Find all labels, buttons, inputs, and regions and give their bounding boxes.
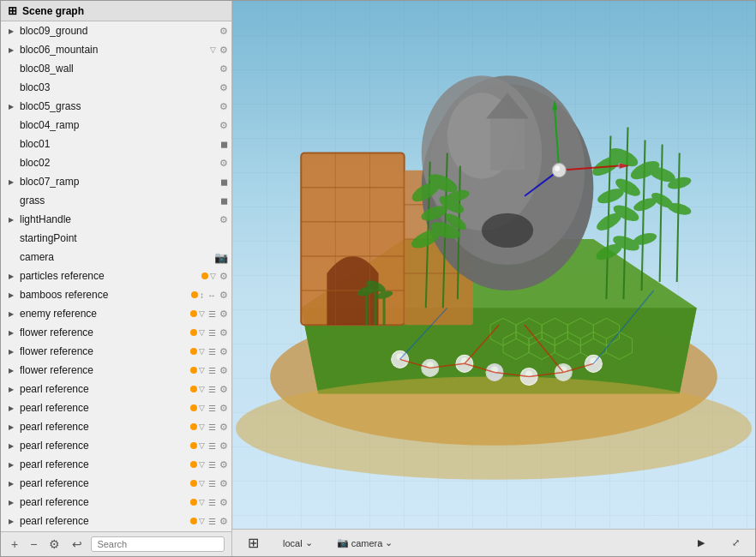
tree-item-label: bloc05_grass xyxy=(18,100,218,112)
gear-icon: ⚙ xyxy=(219,346,228,357)
tree-item[interactable]: ▶flower reference▽☰⚙ xyxy=(1,361,231,380)
tree-item-icons: ▽☰⚙ xyxy=(197,365,228,376)
tree-item[interactable]: ▶flower reference▽☰⚙ xyxy=(1,342,231,361)
tree-item-icons: ▽☰⚙ xyxy=(197,422,228,433)
play-button[interactable]: ▶ xyxy=(693,536,710,550)
tree-item-icons: ▽☰⚙ xyxy=(197,403,228,414)
tree-item[interactable]: ▶pearl reference▽☰⚙ xyxy=(1,436,231,455)
tree-item-icons: ⚙ xyxy=(218,101,228,112)
tree-item-icons: ⚙ xyxy=(218,120,228,131)
viewport-toolbar: ⊞ local ⌄ 📷 camera ⌄ ▶ ⤢ xyxy=(232,529,755,556)
tree-item-expand-arrow[interactable]: ▶ xyxy=(4,178,18,186)
svg-point-14 xyxy=(236,376,752,479)
filter-icon: ▽ xyxy=(199,498,205,506)
tree-item-label: pearl reference xyxy=(18,383,188,395)
filter-icon: ▽ xyxy=(210,45,216,54)
reference-dot xyxy=(190,310,197,317)
tree-item-expand-arrow[interactable]: ▶ xyxy=(4,46,18,54)
tree-item-expand-arrow[interactable]: ▶ xyxy=(4,291,18,299)
gear-icon: ⚙ xyxy=(219,120,228,131)
viewport-canvas[interactable] xyxy=(232,1,755,529)
tree-item-expand-arrow[interactable]: ▶ xyxy=(4,367,18,374)
camera-label: camera xyxy=(351,538,383,548)
tree-item-expand-arrow[interactable]: ▶ xyxy=(4,310,18,318)
tree-item[interactable]: bloc08_wall⚙ xyxy=(1,59,231,78)
cube-icon: ◼ xyxy=(220,177,228,188)
search-input[interactable] xyxy=(91,536,225,552)
tree-item[interactable]: ▶pearl reference▽☰⚙ xyxy=(1,474,231,493)
scene-graph-list[interactable]: ▶bloc09_ground⚙▶bloc06_mountain▽⚙bloc08_… xyxy=(1,21,231,531)
tree-item-expand-arrow[interactable]: ▶ xyxy=(4,518,18,525)
reference-dot xyxy=(190,386,197,392)
tree-item-expand-arrow[interactable]: ▶ xyxy=(4,461,18,469)
tree-item-expand-arrow[interactable]: ▶ xyxy=(4,404,18,412)
tree-item[interactable]: camera📷 xyxy=(1,248,231,267)
tree-item[interactable]: ▶bloc06_mountain▽⚙ xyxy=(1,40,231,59)
tree-item-icons: ▽☰⚙ xyxy=(197,384,228,395)
tree-item-label: enemy reference xyxy=(18,308,188,320)
tree-item-icons: ⚙ xyxy=(218,214,228,225)
expand-button[interactable]: ⤢ xyxy=(727,536,745,550)
tree-item[interactable]: bloc04_ramp⚙ xyxy=(1,116,231,135)
tree-item-expand-arrow[interactable]: ▶ xyxy=(4,348,18,356)
tree-item[interactable]: grass◼ xyxy=(1,191,231,210)
tree-item[interactable]: ▶pearl reference▽☰⚙ xyxy=(1,417,231,436)
tree-item[interactable]: ▶pearl reference▽☰⚙ xyxy=(1,380,231,398)
filter-icon: ▽ xyxy=(210,272,216,280)
tree-item[interactable]: ▶particles reference▽⚙ xyxy=(1,267,231,285)
filter-icon: ▽ xyxy=(199,460,205,469)
tree-item[interactable]: startingPoint xyxy=(1,229,231,248)
tree-item[interactable]: ▶bloc05_grass⚙ xyxy=(1,97,231,116)
filter-icon: ▽ xyxy=(199,347,205,356)
tree-item[interactable]: bloc02⚙ xyxy=(1,153,231,172)
lines-icon: ☰ xyxy=(208,347,216,356)
scene-graph-toolbar: + − ⚙ ↩ xyxy=(1,531,231,556)
tree-item-label: camera xyxy=(18,251,213,263)
camera-icon-sm: 📷 xyxy=(337,537,349,548)
lines-icon: ☰ xyxy=(208,422,216,432)
add-item-button[interactable]: + xyxy=(8,536,21,553)
remove-item-button[interactable]: − xyxy=(27,536,40,553)
grid-icon: ⊞ xyxy=(8,4,17,17)
tree-item[interactable]: ▶lightHandle⚙ xyxy=(1,210,231,229)
tree-item-label: bloc04_ramp xyxy=(18,119,218,131)
reference-dot xyxy=(190,423,197,430)
tree-item-expand-arrow[interactable]: ▶ xyxy=(4,329,18,337)
tree-item[interactable]: ▶pearl reference▽☰⚙ xyxy=(1,493,231,512)
tree-item-expand-arrow[interactable]: ▶ xyxy=(4,480,18,488)
tree-item[interactable]: ▶enemy reference▽☰⚙ xyxy=(1,304,231,323)
tree-item[interactable]: ▶flower reference▽☰⚙ xyxy=(1,323,231,342)
tree-item[interactable]: ▶bloc07_ramp◼ xyxy=(1,172,231,191)
tree-item[interactable]: bloc03⚙ xyxy=(1,78,231,97)
local-dropdown[interactable]: local ⌄ xyxy=(278,536,318,550)
tree-item[interactable]: ▶pearl reference▽☰⚙ xyxy=(1,398,231,417)
reference-dot xyxy=(191,291,198,298)
tree-item-icons: ▽☰⚙ xyxy=(197,516,228,527)
tree-item[interactable]: ▶bamboos reference↕↔⚙ xyxy=(1,285,231,304)
svg-line-49 xyxy=(677,153,680,282)
tree-item[interactable]: ▶bloc09_ground⚙ xyxy=(1,21,231,40)
tree-item-expand-arrow[interactable]: ▶ xyxy=(4,499,18,506)
grid-button[interactable]: ⊞ xyxy=(243,533,264,553)
gear-icon: ⚙ xyxy=(219,440,228,452)
tree-item-expand-arrow[interactable]: ▶ xyxy=(4,386,18,393)
tree-item-expand-arrow[interactable]: ▶ xyxy=(4,273,18,280)
settings-button[interactable]: ⚙ xyxy=(45,536,63,553)
tree-item-expand-arrow[interactable]: ▶ xyxy=(4,423,18,431)
gear-icon: ⚙ xyxy=(219,459,228,470)
tree-item-expand-arrow[interactable]: ▶ xyxy=(4,442,18,450)
panel-title: Scene graph xyxy=(22,5,84,17)
camera-dropdown[interactable]: 📷 camera ⌄ xyxy=(332,536,399,550)
lines-icon: ☰ xyxy=(208,460,216,470)
tree-item-icons: ▽☰⚙ xyxy=(197,497,228,508)
tree-item[interactable]: ▶pearl reference▽☰⚙ xyxy=(1,455,231,474)
svg-rect-67 xyxy=(383,295,386,325)
tree-item[interactable]: ▶pearl reference▽☰⚙ xyxy=(1,512,231,530)
tree-item-expand-arrow[interactable]: ▶ xyxy=(4,216,18,224)
tree-item-expand-arrow[interactable]: ▶ xyxy=(4,103,18,111)
tree-item-expand-arrow[interactable]: ▶ xyxy=(4,27,18,35)
main-container: ⊞ Scene graph ▶bloc09_ground⚙▶bloc06_mou… xyxy=(0,0,756,557)
tree-item-icons: ⚙ xyxy=(218,158,228,169)
tree-item[interactable]: bloc01◼ xyxy=(1,135,231,153)
history-button[interactable]: ↩ xyxy=(69,536,86,553)
